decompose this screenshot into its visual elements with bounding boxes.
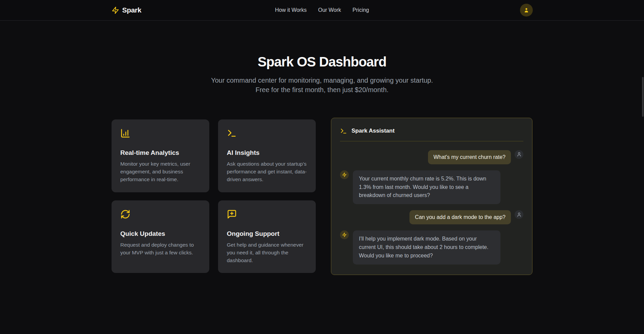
main-content: Real-time Analytics Monitor your key met… <box>112 118 533 275</box>
feature-description: Monitor your key metrics, user engagemen… <box>120 160 201 184</box>
feature-card-realtime-analytics: Real-time Analytics Monitor your key met… <box>112 119 209 192</box>
top-navbar: Spark How it Works Our Work Pricing <box>0 0 644 21</box>
user-avatar <box>515 150 523 159</box>
feature-title: Real-time Analytics <box>120 149 201 157</box>
assistant-message-bubble: I'll help you implement dark mode. Based… <box>353 230 500 264</box>
brand-name: Spark <box>122 6 142 14</box>
feature-description: Request and deploy changes to your MVP w… <box>120 241 201 257</box>
feature-description: Ask questions about your startup's perfo… <box>227 160 307 184</box>
zap-icon <box>112 6 119 14</box>
message-list: What's my current churn rate? Your curre… <box>340 150 523 265</box>
user-message-bubble: What's my current churn rate? <box>428 150 511 164</box>
page-title: Spark OS Dashboard <box>0 54 644 69</box>
feature-description: Get help and guidance whenever you need … <box>227 241 307 265</box>
spark-avatar <box>340 230 349 239</box>
feature-title: AI Insights <box>227 149 307 157</box>
feature-card-ongoing-support: Ongoing Support Get help and guidance wh… <box>218 200 316 273</box>
hero-section: Spark OS Dashboard Your command center f… <box>0 54 644 95</box>
feature-card-quick-updates: Quick Updates Request and deploy changes… <box>112 200 209 273</box>
brand-logo[interactable]: Spark <box>112 6 142 14</box>
nav-link-pricing[interactable]: Pricing <box>352 7 369 13</box>
page-scrollbar[interactable] <box>642 77 644 117</box>
main-nav: How it Works Our Work Pricing <box>275 7 369 13</box>
page-subtitle: Your command center for monitoring, mana… <box>204 76 440 95</box>
profile-avatar-button[interactable] <box>520 4 533 17</box>
user-icon <box>523 7 529 13</box>
assistant-header: Spark Assistant <box>340 126 523 135</box>
feature-title: Quick Updates <box>120 230 201 238</box>
bar-chart-icon <box>120 128 130 138</box>
user-message-row: Can you add a dark mode to the app? <box>340 210 523 224</box>
assistant-message-row: I'll help you implement dark mode. Based… <box>340 230 523 264</box>
user-message-bubble: Can you add a dark mode to the app? <box>409 210 511 224</box>
assistant-title: Spark Assistant <box>351 128 395 134</box>
spark-avatar <box>340 170 349 179</box>
feature-grid: Real-time Analytics Monitor your key met… <box>112 119 316 273</box>
assistant-message-row: Your current monthly churn rate is 5.2%.… <box>340 170 523 204</box>
spark-assistant-panel: Spark Assistant What's my current churn … <box>331 118 532 275</box>
nav-link-our-work[interactable]: Our Work <box>318 7 341 13</box>
terminal-icon <box>227 128 237 138</box>
user-message-row: What's my current churn rate? <box>340 150 523 164</box>
divider <box>340 141 523 141</box>
feature-title: Ongoing Support <box>227 230 307 238</box>
feature-card-ai-insights: AI Insights Ask questions about your sta… <box>218 119 316 192</box>
refresh-icon <box>120 209 130 219</box>
user-avatar <box>515 210 523 219</box>
nav-link-how-it-works[interactable]: How it Works <box>275 7 307 13</box>
terminal-icon <box>340 128 347 135</box>
assistant-message-bubble: Your current monthly churn rate is 5.2%.… <box>353 170 500 204</box>
message-square-plus-icon <box>227 209 237 219</box>
